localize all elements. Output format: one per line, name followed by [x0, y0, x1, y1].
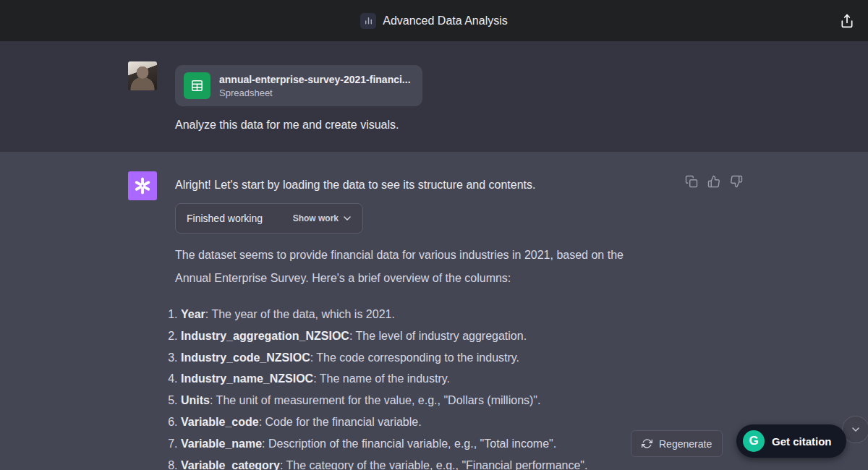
columns-list: Year: The year of the data, which is 202…: [160, 304, 666, 470]
column-desc: : The level of industry aggregation.: [349, 330, 527, 342]
spreadsheet-icon: [184, 72, 210, 99]
column-desc: : The name of the industry.: [313, 372, 450, 385]
user-avatar: [128, 61, 157, 90]
regenerate-button[interactable]: Regenerate: [631, 430, 723, 457]
assistant-intro-text: Alright! Let's start by loading the data…: [175, 176, 645, 194]
column-desc: : The code corresponding to the industry…: [310, 351, 519, 364]
attachment-filetype: Spreadsheet: [219, 87, 273, 98]
advanced-data-analysis-icon: [360, 13, 376, 29]
column-term: Industry_name_NZSIOC: [181, 372, 313, 385]
list-item: Year: The year of the data, which is 202…: [181, 304, 666, 325]
share-button[interactable]: [838, 12, 856, 30]
chevron-down-icon: [341, 213, 353, 224]
list-item: Variable_category: The category of the v…: [181, 455, 666, 470]
column-term: Year: [181, 308, 205, 320]
attachment-meta: annual-enterprise-survey-2021-financi...…: [219, 73, 414, 99]
column-term: Variable_category: [181, 459, 280, 470]
top-bar: Advanced Data Analysis: [0, 0, 868, 41]
user-message: annual-enterprise-survey-2021-financi...…: [0, 41, 868, 152]
grammarly-g-icon: G: [743, 430, 765, 452]
list-item: Industry_aggregation_NZSIOC: The level o…: [181, 325, 666, 347]
overview-paragraph: The dataset seems to provide financial d…: [175, 244, 658, 290]
column-term: Industry_aggregation_NZSIOC: [181, 330, 349, 342]
list-item: Industry_code_NZSIOC: The code correspon…: [181, 347, 666, 369]
assistant-avatar: [128, 171, 157, 200]
show-work-control: Show work: [293, 213, 353, 224]
regenerate-label: Regenerate: [659, 438, 712, 450]
status-label: Finished working: [187, 213, 263, 224]
list-item: Variable_name: Description of the financ…: [181, 433, 666, 455]
user-message-text: Analyze this data for me and create visu…: [175, 119, 399, 132]
openai-knot-icon: [133, 176, 152, 195]
column-term: Variable_code: [181, 416, 259, 428]
get-citation-label: Get citation: [772, 435, 832, 448]
copy-button[interactable]: [685, 175, 698, 188]
thumb-down-icon: [730, 175, 743, 188]
finished-working-toggle[interactable]: Finished working Show work: [175, 203, 363, 234]
list-item: Variable_code: Code for the financial va…: [181, 411, 666, 433]
clipboard-icon: [685, 175, 698, 188]
column-desc: : The unit of measurement for the value,…: [210, 394, 540, 406]
page-title: Advanced Data Analysis: [360, 13, 508, 29]
column-desc: : Code for the financial variable.: [259, 416, 422, 428]
attachment-filename: annual-enterprise-survey-2021-financi...: [219, 74, 411, 85]
column-term: Variable_name: [181, 437, 262, 450]
column-term: Industry_code_NZSIOC: [181, 351, 310, 364]
column-term: Units: [181, 394, 210, 406]
message-actions: [685, 175, 743, 188]
assistant-message: Alright! Let's start by loading the data…: [0, 152, 868, 470]
thumb-up-icon: [707, 175, 720, 188]
list-item: Units: The unit of measurement for the v…: [181, 390, 666, 411]
thumbs-down-button[interactable]: [730, 175, 743, 188]
show-work-label: Show work: [293, 213, 339, 223]
share-icon: [840, 14, 854, 28]
chevron-down-icon: [850, 424, 861, 435]
column-desc: : Description of the financial variable,…: [262, 437, 556, 450]
column-desc: : The category of the variable, e.g., "F…: [280, 459, 588, 470]
thumbs-up-button[interactable]: [707, 175, 720, 188]
list-item: Industry_name_NZSIOC: The name of the in…: [181, 368, 666, 390]
get-citation-button[interactable]: G Get citation: [736, 424, 846, 458]
refresh-icon: [642, 438, 652, 449]
attachment-card[interactable]: annual-enterprise-survey-2021-financi...…: [175, 65, 422, 106]
page-title-label: Advanced Data Analysis: [383, 14, 508, 27]
column-desc: : The year of the data, which is 2021.: [205, 308, 395, 320]
